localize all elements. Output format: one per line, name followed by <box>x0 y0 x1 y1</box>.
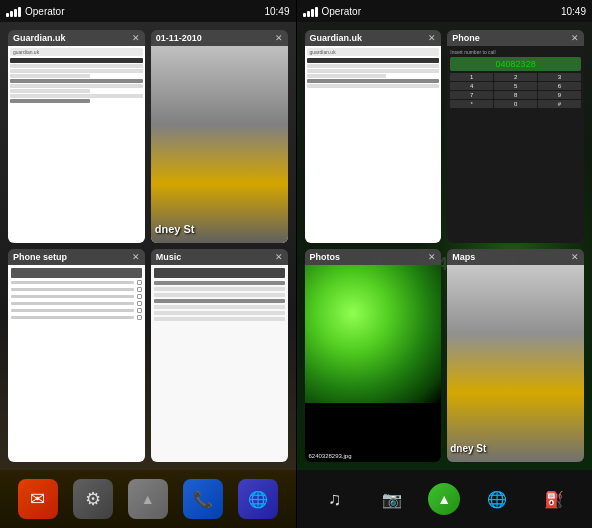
right-dock-camera-button[interactable] <box>372 479 412 519</box>
dialer-key-9[interactable]: 9 <box>538 91 581 99</box>
globe-icon <box>248 490 268 509</box>
dialer-key-hash[interactable]: # <box>538 100 581 108</box>
right-status-right: 10:49 <box>561 6 586 17</box>
article-line <box>10 94 143 98</box>
article-line <box>307 74 387 78</box>
music-item <box>154 281 285 285</box>
right-dock-music-button[interactable] <box>315 479 355 519</box>
left-signal-icon <box>6 5 21 17</box>
phonesetup-item <box>11 301 142 306</box>
camera-icon <box>382 490 402 509</box>
guardian2-lines <box>307 58 440 88</box>
music-icon <box>328 489 342 510</box>
right-status-left: Operator <box>303 5 361 17</box>
maps-street-image <box>447 265 584 462</box>
guardian-url-text: guardian.uk <box>13 49 39 55</box>
photos-close-button[interactable] <box>428 252 436 262</box>
dialer-key-8[interactable]: 8 <box>494 91 537 99</box>
street-image: dney St <box>151 46 288 243</box>
guardian-close-button[interactable] <box>132 33 140 43</box>
dialer-number-display: 04082328 <box>450 57 581 71</box>
article-line <box>307 84 440 88</box>
photos-content: 6240328293.jpg <box>305 265 442 462</box>
guardian-card-title: Guardian.uk <box>13 33 66 43</box>
date-card[interactable]: 01-11-2010 dney St <box>151 30 288 243</box>
guardian2-card[interactable]: Guardian.uk guardian.uk <box>305 30 442 243</box>
article-line <box>307 79 440 83</box>
guardian2-close-button[interactable] <box>428 33 436 43</box>
guardian2-url-text: guardian.uk <box>310 49 336 55</box>
dialer-key-0[interactable]: 0 <box>494 100 537 108</box>
phone-dialer-content: Insert number to call 04082328 1 2 3 4 5… <box>447 46 584 243</box>
photos-card-header: Photos <box>305 249 442 265</box>
right-dock-globe-button[interactable] <box>477 479 517 519</box>
dialer-key-6[interactable]: 6 <box>538 82 581 90</box>
photos-card-title: Photos <box>310 252 341 262</box>
guardian-lines <box>10 58 143 103</box>
phone-dialer-close-button[interactable] <box>571 33 579 43</box>
phone-icon <box>193 490 213 509</box>
article-line <box>10 69 143 73</box>
right-operator-label: Operator <box>322 6 361 17</box>
gear-icon <box>85 488 101 510</box>
bar3 <box>311 9 314 17</box>
maps-card[interactable]: Maps dney St <box>447 249 584 462</box>
maps-card-header: Maps <box>447 249 584 265</box>
phonesetup-card[interactable]: Phone setup <box>8 249 145 462</box>
music-card[interactable]: Music <box>151 249 288 462</box>
dialer-key-1[interactable]: 1 <box>450 73 493 81</box>
bar2 <box>307 11 310 17</box>
music-content <box>151 265 288 462</box>
guardian-card[interactable]: Guardian.uk guardian.uk <box>8 30 145 243</box>
left-status-right: 10:49 <box>264 6 289 17</box>
left-status-left: Operator <box>6 5 64 17</box>
dialer-key-3[interactable]: 3 <box>538 73 581 81</box>
dialer-key-4[interactable]: 4 <box>450 82 493 90</box>
right-status-bar: Operator 10:49 <box>297 0 593 22</box>
dock-phone-button[interactable] <box>183 479 223 519</box>
photos-card[interactable]: Photos 6240328293.jpg <box>305 249 442 462</box>
guardian2-card-title: Guardian.uk <box>310 33 363 43</box>
right-time: 10:49 <box>561 6 586 17</box>
dock-browser-button[interactable] <box>238 479 278 519</box>
guardian-url-bar: guardian.uk <box>10 48 143 56</box>
dock-settings-button[interactable] <box>73 479 113 519</box>
dialer-key-2[interactable]: 2 <box>494 73 537 81</box>
right-bottom-dock <box>297 470 593 528</box>
dialer-key-5[interactable]: 5 <box>494 82 537 90</box>
article-line <box>10 58 143 63</box>
globe-icon <box>487 490 507 509</box>
music-card-title: Music <box>156 252 182 262</box>
guardian2-content: guardian.uk <box>305 46 442 243</box>
phonesetup-close-button[interactable] <box>132 252 140 262</box>
green-arrow-icon <box>437 490 451 508</box>
dock-mail-button[interactable] <box>18 479 58 519</box>
phonesetup-card-title: Phone setup <box>13 252 67 262</box>
dialer-key-star[interactable]: * <box>450 100 493 108</box>
phonesetup-item <box>11 315 142 320</box>
right-dock-fuel-button[interactable] <box>534 479 574 519</box>
maps-street-label: dney St <box>450 443 486 454</box>
article-line <box>307 58 440 63</box>
article-line <box>10 84 143 88</box>
article-line <box>10 89 90 93</box>
music-item <box>154 287 285 291</box>
bar4 <box>315 7 318 17</box>
phone-dialer-card[interactable]: Phone Insert number to call 04082328 1 2… <box>447 30 584 243</box>
dialer-key-7[interactable]: 7 <box>450 91 493 99</box>
music-item <box>154 299 285 303</box>
right-dock-go-button[interactable] <box>428 483 460 515</box>
dock-files-button[interactable] <box>128 479 168 519</box>
maps-close-button[interactable] <box>571 252 579 262</box>
mail-icon <box>30 488 45 510</box>
phone-dialer-title: Phone <box>452 33 480 43</box>
music-close-button[interactable] <box>275 252 283 262</box>
phonesetup-card-header: Phone setup <box>8 249 145 265</box>
date-close-button[interactable] <box>275 33 283 43</box>
street-label: dney St <box>155 223 195 235</box>
article-line <box>10 99 90 103</box>
phonesetup-header-bar <box>11 268 142 278</box>
guardian-card-header: Guardian.uk <box>8 30 145 46</box>
dialer-label: Insert number to call <box>450 49 581 55</box>
guardian2-url-bar: guardian.uk <box>307 48 440 56</box>
